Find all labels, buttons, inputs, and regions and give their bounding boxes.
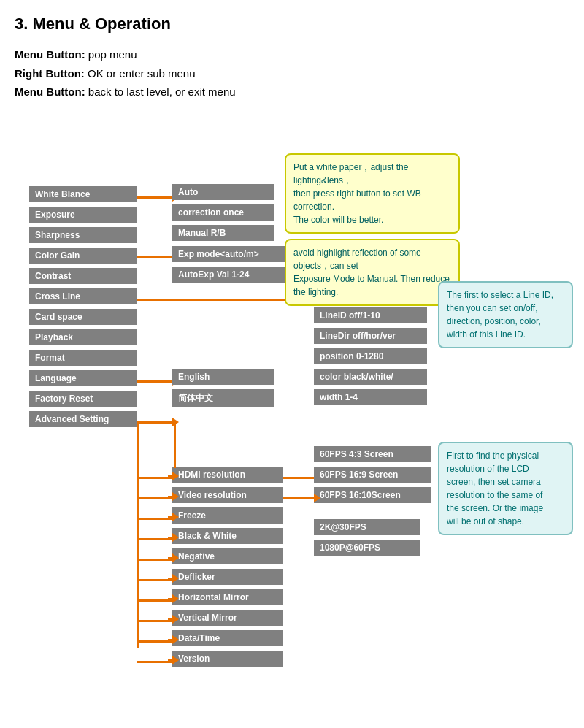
wb-auto: Auto — [172, 184, 274, 200]
arr-adv-video — [168, 496, 174, 498]
menu-contrast: Contrast — [29, 268, 137, 284]
wb-correction-once: correction once — [172, 204, 274, 221]
diagram: White Blance Exposure Sharpness Color Ga… — [15, 113, 569, 712]
adv-h-bw — [137, 538, 172, 540]
exp-mode: Exp mode<auto/m> — [172, 246, 285, 262]
menu-card-space: Card space — [29, 309, 137, 325]
arr-adv-datetime — [168, 639, 174, 641]
hdmi-43: 60FPS 4:3 Screen — [314, 446, 431, 462]
arrow-wb — [137, 196, 174, 199]
callout-exposure: avoid highlight reflection of some objec… — [285, 239, 460, 306]
menu-factory-reset: Factory Reset — [29, 391, 137, 407]
lang-english: English — [172, 369, 274, 385]
adv-negative: Negative — [172, 548, 283, 564]
arr-adv-hmirror — [168, 598, 174, 600]
cl-width: width 1-4 — [314, 389, 427, 405]
adv-bw: Black & White — [172, 528, 283, 544]
adv-h-video — [137, 497, 172, 499]
arr-adv-bw — [168, 537, 174, 539]
menu-playback: Playback — [29, 329, 137, 345]
menu-language: Language — [29, 370, 137, 386]
menu-sharpness: Sharpness — [29, 227, 137, 243]
page-title: 3. Menu & Operation — [15, 15, 569, 34]
cl-linedir: LineDir off/hor/ver — [314, 328, 427, 344]
arr-adv-neg — [168, 557, 174, 559]
arr-adv-vmirror — [168, 618, 174, 621]
adv-hdmi: HDMI resolution — [172, 467, 283, 483]
adv-h-neg — [137, 559, 172, 561]
menu-advanced-setting: Advanced Setting — [29, 411, 137, 427]
adv-h-defl — [137, 579, 172, 581]
adv-vertical-connector — [137, 421, 139, 648]
callout-crossline: The first to select a Line ID, then you … — [438, 281, 573, 348]
adv-h-vmirror — [137, 620, 172, 622]
arr-adv-defl — [168, 578, 174, 580]
hdmi-169: 60FPS 16:9 Screen — [314, 467, 431, 483]
adv-hmirror: Horizontal Mirror — [172, 589, 283, 605]
callout-wb: Put a white paper，adjust the lighting&le… — [285, 153, 460, 234]
cl-lineid: LineID off/1-10 — [314, 307, 427, 323]
intro-section: Menu Button: pop menu Right Button: OK o… — [15, 45, 569, 101]
adv-vmirror: Vertical Mirror — [172, 610, 283, 626]
arrow-video — [283, 497, 315, 499]
arr-adv-version — [168, 659, 174, 662]
adv-h-freeze — [137, 518, 172, 520]
menu-color-gain: Color Gain — [29, 248, 137, 264]
adv-datetime: Data/Time — [172, 630, 283, 646]
adv-h-version — [137, 661, 172, 663]
arrow-hdmi — [283, 477, 315, 479]
arr-adv-hdmi — [168, 475, 174, 478]
adv-video: Video resolution — [172, 487, 283, 503]
connector-adv-v — [174, 421, 176, 468]
adv-freeze: Freeze — [172, 507, 283, 524]
adv-version: Version — [172, 651, 283, 667]
menu-exposure: Exposure — [29, 207, 137, 223]
arr-adv-freeze — [168, 516, 174, 518]
menu-format: Format — [29, 350, 137, 366]
lang-chinese: 简体中文 — [172, 389, 274, 407]
exp-autoexp: AutoExp Val 1-24 — [172, 267, 285, 283]
adv-deflicker: Deflicker — [172, 569, 283, 585]
video-2k: 2K@30FPS — [314, 519, 420, 535]
video-1080: 1080P@60FPS — [314, 540, 420, 556]
arrow-lang — [137, 380, 174, 383]
menu-cross-line: Cross Line — [29, 288, 137, 304]
menu-white-blance: White Blance — [29, 186, 137, 202]
cl-color: color black/white/ — [314, 369, 427, 385]
wb-manual: Manual R/B — [172, 225, 274, 241]
adv-h-hdmi — [137, 477, 172, 479]
adv-h-datetime — [137, 640, 172, 643]
callout-resolution: First to find the physical resolution of… — [438, 442, 573, 535]
hdmi-1610: 60FPS 16:10Screen — [314, 487, 431, 503]
arrow-exp — [137, 256, 174, 258]
cl-position: position 0-1280 — [314, 348, 427, 364]
adv-h-hmirror — [137, 599, 172, 602]
arrow-adv-h — [137, 421, 174, 424]
